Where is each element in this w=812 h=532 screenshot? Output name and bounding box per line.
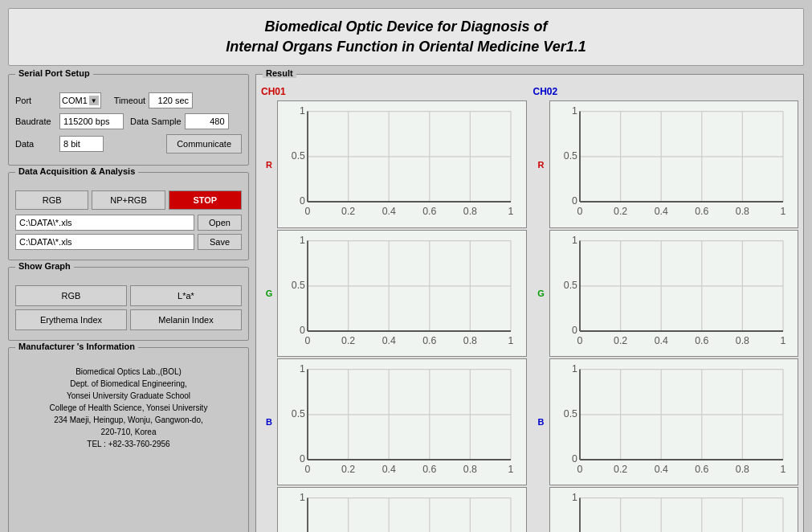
main-container: Biomedical Optic Device for Diagnosis of…: [0, 0, 812, 532]
timeout-label: Timeout: [114, 96, 145, 105]
app-title: Biomedical Optic Device for Diagnosis of…: [17, 17, 795, 57]
chart-ch01-3: 00.5100.20.40.60.81: [277, 487, 527, 532]
stop-button[interactable]: STOP: [169, 190, 242, 210]
svg-text:0.2: 0.2: [341, 206, 355, 217]
manufacturer-content: Biomedical Optics Lab.,(BOL) Dept. of Bi…: [15, 366, 242, 450]
svg-text:1: 1: [780, 463, 785, 474]
svg-text:1: 1: [572, 105, 577, 117]
chart-row-ch01-B: B00.5100.20.40.60.81: [261, 358, 527, 485]
data-acquisition-group: Data Acquisition & Analysis RGB NP+RGB S…: [8, 172, 249, 260]
svg-text:0.4: 0.4: [654, 463, 667, 474]
open-file-button[interactable]: Open: [198, 215, 242, 231]
svg-rect-63: [278, 488, 526, 532]
baudrate-input[interactable]: [59, 113, 124, 129]
svg-text:1: 1: [300, 234, 305, 245]
svg-text:0.5: 0.5: [292, 279, 305, 290]
svg-text:0.4: 0.4: [382, 206, 396, 217]
svg-rect-42: [278, 359, 526, 485]
svg-text:0.2: 0.2: [614, 334, 627, 346]
svg-text:0.8: 0.8: [735, 334, 749, 346]
nprgb-button[interactable]: NP+RGB: [92, 190, 165, 210]
svg-text:0.5: 0.5: [563, 150, 577, 162]
svg-text:1: 1: [572, 492, 577, 503]
svg-text:0.2: 0.2: [614, 206, 627, 217]
svg-text:0.4: 0.4: [382, 334, 396, 346]
lstar-graph-button[interactable]: L*a*: [130, 285, 242, 306]
svg-text:0.4: 0.4: [382, 463, 396, 474]
svg-text:1: 1: [300, 362, 305, 374]
left-panel: Serial Port Setup Port COM1 ▼ Timeout Ba…: [8, 74, 249, 532]
svg-text:1: 1: [780, 334, 785, 346]
save-file-input[interactable]: [15, 234, 194, 250]
result-label: Result: [263, 68, 296, 78]
svg-rect-168: [550, 231, 798, 356]
svg-text:0.8: 0.8: [463, 463, 477, 474]
port-row: Port COM1 ▼ Timeout: [15, 92, 242, 108]
port-label: Port: [15, 96, 59, 105]
manufacturer-line4: College of Health Science, Yonsei Univer…: [15, 402, 242, 414]
timeout-input[interactable]: [149, 92, 193, 108]
melanin-index-button[interactable]: Melanin Index: [130, 309, 242, 330]
save-file-row: Save: [15, 234, 242, 250]
svg-text:0.2: 0.2: [341, 463, 355, 474]
serial-port-group: Serial Port Setup Port COM1 ▼ Timeout Ba…: [8, 74, 249, 166]
erythema-index-button[interactable]: Erythema Index: [15, 309, 127, 330]
svg-text:0.6: 0.6: [695, 463, 708, 474]
save-file-button[interactable]: Save: [198, 234, 242, 250]
title-bar: Biomedical Optic Device for Diagnosis of…: [8, 8, 804, 66]
svg-text:0: 0: [305, 206, 311, 217]
chart-ch02-3: 00.5100.20.40.60.81: [549, 487, 799, 532]
svg-text:0: 0: [577, 463, 582, 474]
svg-rect-210: [550, 488, 798, 532]
svg-text:0.6: 0.6: [422, 334, 436, 346]
svg-text:1: 1: [508, 463, 514, 474]
chart-row-ch02-B: B00.5100.20.40.60.81: [533, 358, 799, 485]
svg-text:1: 1: [572, 234, 577, 245]
chart-ch01-1: 00.5100.20.40.60.81: [277, 230, 527, 357]
data-bits-input[interactable]: [59, 136, 104, 152]
chart-ch02-0: 00.5100.20.40.60.81: [549, 100, 799, 227]
port-select[interactable]: COM1 ▼: [59, 92, 101, 108]
rgb-acq-button[interactable]: RGB: [15, 190, 88, 210]
baudrate-row: Baudrate Data Sample: [15, 113, 242, 129]
svg-text:0: 0: [305, 463, 311, 474]
chart-row-ch02-G: G00.5100.20.40.60.81: [533, 230, 799, 357]
svg-text:0.6: 0.6: [422, 206, 436, 217]
svg-text:1: 1: [300, 105, 305, 117]
svg-text:0.8: 0.8: [735, 463, 749, 474]
svg-text:0.6: 0.6: [422, 463, 436, 474]
show-graph-title: Show Graph: [15, 261, 74, 271]
communicate-button[interactable]: Communicate: [166, 134, 242, 153]
svg-text:0.8: 0.8: [735, 206, 749, 217]
open-file-input[interactable]: [15, 215, 194, 231]
data-row: Data Communicate: [15, 134, 242, 153]
content-area: Serial Port Setup Port COM1 ▼ Timeout Ba…: [8, 74, 804, 532]
show-graph-group: Show Graph RGB L*a* Erythema Index Melan…: [8, 267, 249, 341]
manufacturer-group: Manufacturer 's Information Biomedical O…: [8, 347, 249, 532]
serial-port-content: Port COM1 ▼ Timeout Baudrate Data Sample: [15, 92, 242, 153]
svg-text:0: 0: [577, 206, 582, 217]
datasample-input[interactable]: [185, 113, 229, 129]
svg-text:1: 1: [300, 492, 305, 503]
serial-port-title: Serial Port Setup: [15, 68, 93, 78]
chart-label-ch01-0: R: [261, 160, 277, 170]
show-graph-content: RGB L*a* Erythema Index Melanin Index: [15, 285, 242, 330]
port-dropdown-arrow[interactable]: ▼: [89, 96, 99, 105]
channel-header-ch01: CH01: [261, 86, 527, 97]
svg-rect-147: [550, 101, 798, 227]
svg-rect-21: [278, 231, 526, 356]
chart-row-ch01-R: R00.5100.20.40.60.81: [261, 100, 527, 227]
data-acquisition-content: RGB NP+RGB STOP Open Save: [15, 190, 242, 250]
svg-text:0.5: 0.5: [292, 150, 305, 162]
svg-text:1: 1: [508, 206, 514, 217]
chart-ch02-2: 00.5100.20.40.60.81: [549, 358, 799, 485]
chart-row-ch01-G: G00.5100.20.40.60.81: [261, 230, 527, 357]
channel-col-ch01: CH01R00.5100.20.40.60.81G00.5100.20.40.6…: [261, 86, 527, 532]
manufacturer-line2: Dept. of Biomedical Engineering,: [15, 378, 242, 390]
rgb-graph-button[interactable]: RGB: [15, 285, 127, 306]
manufacturer-line6: 220-710, Korea: [15, 426, 242, 438]
manufacturer-line7: TEL : +82-33-760-2956: [15, 438, 242, 450]
svg-text:0.5: 0.5: [563, 408, 577, 419]
svg-text:1: 1: [508, 334, 514, 346]
data-label: Data: [15, 139, 59, 149]
